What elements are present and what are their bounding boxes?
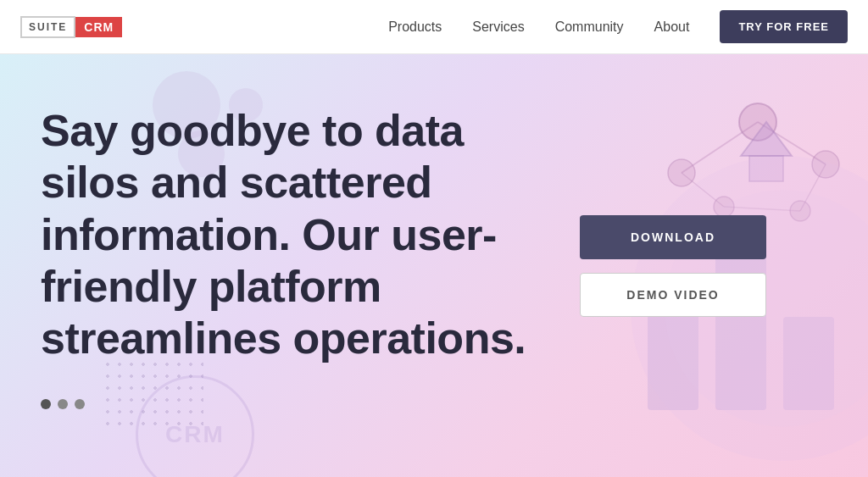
logo-crm-text: CRM [75, 17, 122, 37]
svg-rect-14 [749, 156, 783, 181]
nav-link-about[interactable]: About [654, 19, 690, 35]
pagination-dot-2[interactable] [58, 399, 68, 409]
nav-link-products[interactable]: Products [388, 19, 442, 35]
logo-suite-text: SUITE [20, 16, 75, 38]
svg-line-12 [724, 207, 800, 211]
hero-headline: Say goodbye to data silos and scattered … [41, 105, 566, 365]
nav-link-community[interactable]: Community [555, 19, 624, 35]
nav-links: Products Services Community About TRY FO… [388, 10, 848, 43]
svg-line-9 [758, 122, 826, 164]
svg-line-8 [682, 122, 758, 173]
try-for-free-button[interactable]: TRY FOR FREE [720, 10, 848, 43]
svg-point-4 [668, 159, 695, 186]
demo-video-button[interactable]: DEMO VIDEO [580, 273, 766, 317]
svg-line-10 [682, 173, 724, 207]
hero-content: Say goodbye to data silos and scattered … [41, 105, 566, 409]
nav-link-services[interactable]: Services [472, 19, 524, 35]
svg-rect-2 [783, 317, 834, 410]
svg-point-3 [739, 103, 776, 141]
hero-actions: DOWNLOAD DEMO VIDEO [580, 215, 766, 317]
pagination-dot-3[interactable] [75, 399, 85, 409]
download-button[interactable]: DOWNLOAD [580, 215, 766, 259]
logo: SUITE CRM [20, 16, 122, 38]
svg-line-11 [800, 164, 826, 211]
hero-section: Say goodbye to data silos and scattered … [0, 54, 868, 477]
svg-marker-13 [741, 122, 792, 156]
svg-point-5 [812, 151, 839, 178]
hero-pagination-dots [41, 399, 566, 409]
pagination-dot-1[interactable] [41, 399, 51, 409]
navbar: SUITE CRM Products Services Community Ab… [0, 0, 868, 54]
svg-point-7 [790, 201, 810, 221]
svg-point-6 [714, 197, 734, 217]
